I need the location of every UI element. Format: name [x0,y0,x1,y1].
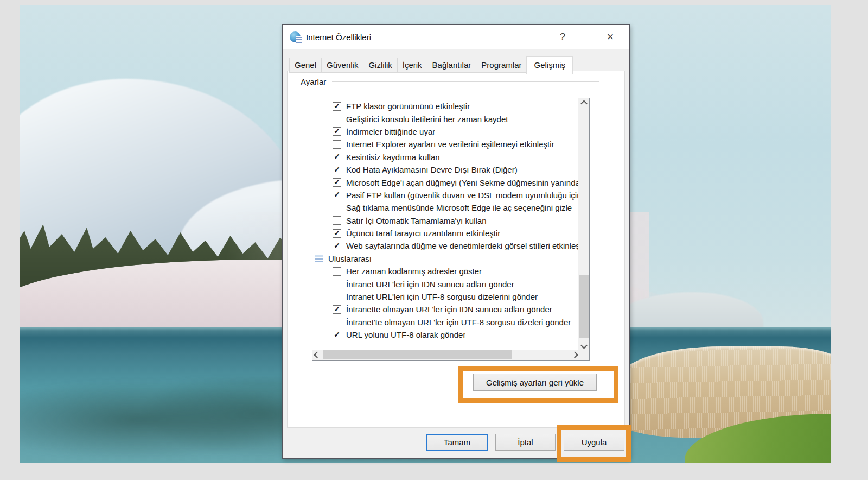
setting-row[interactable]: ✓İntranet URL'leri için IDN sunucu adlar… [312,277,578,290]
check-icon: ✓ [334,305,340,313]
checkbox[interactable]: ✓ [333,267,341,276]
tab-icerik[interactable]: İçerik [397,58,427,73]
setting-row[interactable]: ✓İntranette olmayan URL'ler için IDN sun… [312,303,578,315]
checkbox[interactable]: ✓ [333,102,341,111]
setting-row[interactable]: ✓Sağ tıklama menüsünde Microsoft Edge il… [312,201,578,214]
list-icon [315,255,323,262]
checkbox[interactable]: ✓ [333,153,341,161]
tab-gizlilik[interactable]: Gizlilik [363,58,397,73]
checkbox[interactable]: ✓ [333,115,341,123]
checkbox[interactable]: ✓ [333,127,341,136]
setting-row[interactable]: ✓İntranet'te olmayan URL'ler için UTF-8 … [312,316,578,329]
settings-rows: ✓FTP klasör görünümünü etkinleştir ✓Geli… [312,100,578,341]
ok-button[interactable]: Tamam [426,434,488,451]
scroll-left-button[interactable] [312,350,322,360]
check-icon: ✓ [334,127,340,135]
chevron-left-icon [314,351,321,358]
chevron-up-icon [580,100,588,108]
setting-label: Web sayfalarında düğme ve denetimlerdeki… [346,241,578,250]
screen: Internet Özellikleri ? × Genel Güvenlik … [0,0,868,480]
tab-gelismis[interactable]: Gelişmiş [526,56,573,74]
check-icon: ✓ [334,153,340,160]
settings-listbox[interactable]: ✓FTP klasör görünümünü etkinleştir ✓Geli… [312,98,590,361]
tab-guvenlik[interactable]: Güvenlik [321,58,363,73]
close-button[interactable]: × [602,28,619,46]
tab-strip: Genel Güvenlik Gizlilik İçerik Bağlantıl… [289,56,573,73]
setting-label: URL yolunu UTF-8 olarak gönder [346,330,465,339]
setting-label: Üçüncü taraf tarayıcı uzantılarını etkin… [346,229,500,238]
setting-row[interactable]: ✓Internet Explorer ayarları ve verilerin… [312,138,578,150]
internet-properties-icon [290,31,301,42]
checkbox[interactable]: ✓ [333,293,341,301]
check-icon: ✓ [334,191,340,198]
setting-label: İntranet'te olmayan URL'ler için UTF-8 s… [346,318,571,327]
setting-row[interactable]: ✓Pasif FTP kullan (güvenlik duvarı ve DS… [312,189,578,201]
setting-row[interactable]: ✓URL yolunu UTF-8 olarak gönder [312,329,578,341]
check-icon: ✓ [334,102,340,110]
setting-label: Intranet URL'leri için UTF-8 sorgusu diz… [346,292,538,301]
checkbox[interactable]: ✓ [333,305,341,314]
title-bar[interactable]: Internet Özellikleri ? × [283,25,629,49]
setting-label: Pasif FTP kullan (güvenlik duvarı ve DSL… [346,191,578,200]
check-icon: ✓ [334,229,340,237]
setting-row[interactable]: ✓Her zaman kodlanmış adresler göster [312,265,578,277]
group-row-uluslararasi[interactable]: Uluslararası [312,252,578,265]
vertical-scroll-thumb[interactable] [579,275,589,338]
tab-baglantilar[interactable]: Bağlantılar [427,58,477,73]
tab-programlar[interactable]: Programlar [476,58,527,73]
scroll-up-button[interactable] [578,98,589,108]
setting-label: Geliştirici konsolu iletilerini her zama… [346,115,508,124]
check-icon: ✓ [334,166,340,173]
horizontal-scrollbar[interactable] [312,350,579,360]
help-icon: ? [560,31,566,43]
close-icon: × [607,30,614,44]
check-icon: ✓ [334,331,340,338]
horizontal-scroll-thumb[interactable] [323,350,512,359]
checkbox[interactable]: ✓ [333,204,341,212]
checkbox[interactable]: ✓ [333,178,341,187]
check-icon: ✓ [334,242,340,249]
setting-row[interactable]: ✓İndirmeler bittiğinde uyar [312,125,578,138]
checkbox[interactable]: ✓ [333,216,341,225]
setting-row[interactable]: ✓Microsoft Edge'i açan düğmeyi (Yeni Sek… [312,176,578,188]
setting-row[interactable]: ✓Kod Hata Ayıklamasını Devre Dışı Bırak … [312,163,578,176]
setting-row[interactable]: ✓Satır İçi Otomatik Tamamlama'yı kullan [312,214,578,227]
setting-label: İntranet URL'leri için IDN sunucu adları… [346,280,514,289]
setting-row[interactable]: ✓Web sayfalarında düğme ve denetimlerdek… [312,239,578,252]
checkbox[interactable]: ✓ [333,331,341,339]
setting-label: FTP klasör görünümünü etkinleştir [346,102,470,111]
tab-genel[interactable]: Genel [289,58,322,73]
highlight-apply-annotation [557,425,631,462]
checkbox[interactable]: ✓ [333,318,341,326]
settings-group-label: Ayarlar [301,77,326,86]
setting-label: İntranette olmayan URL'ler için IDN sunu… [346,305,552,314]
checkbox[interactable]: ✓ [333,166,341,174]
check-icon: ✓ [334,178,340,186]
chevron-right-icon [571,351,578,358]
scrollbar-corner [578,350,589,360]
checkbox[interactable]: ✓ [333,242,341,250]
checkbox[interactable]: ✓ [333,140,341,149]
setting-label: Internet Explorer ayarları ve verilerini… [346,140,554,149]
setting-label: Her zaman kodlanmış adresler göster [346,267,482,276]
cancel-button[interactable]: İptal [495,434,556,451]
setting-label: Kod Hata Ayıklamasını Devre Dışı Bırak (… [346,165,518,174]
chevron-down-icon [580,342,588,349]
help-button[interactable]: ? [554,28,571,46]
setting-row[interactable]: ✓Intranet URL'leri için UTF-8 sorgusu di… [312,290,578,303]
dialog-title: Internet Özellikleri [306,33,371,42]
setting-label: Sağ tıklama menüsünde Microsoft Edge ile… [346,203,572,212]
checkbox[interactable]: ✓ [333,280,341,288]
vertical-scrollbar[interactable] [578,98,589,351]
setting-row[interactable]: ✓Geliştirici konsolu iletilerini her zam… [312,112,578,125]
setting-label: Microsoft Edge'i açan düğmeyi (Yeni Sekm… [346,178,578,187]
internet-properties-dialog: Internet Özellikleri ? × Genel Güvenlik … [282,24,630,459]
setting-row[interactable]: ✓Kesintisiz kaydırma kullan [312,151,578,163]
setting-row[interactable]: ✓Üçüncü taraf tarayıcı uzantılarını etki… [312,227,578,239]
checkbox[interactable]: ✓ [333,229,341,238]
checkbox[interactable]: ✓ [333,191,341,199]
setting-label: İndirmeler bittiğinde uyar [346,127,435,136]
highlight-restore-annotation [458,366,618,403]
setting-label: Kesintisiz kaydırma kullan [346,153,440,162]
setting-row[interactable]: ✓FTP klasör görünümünü etkinleştir [312,100,578,112]
